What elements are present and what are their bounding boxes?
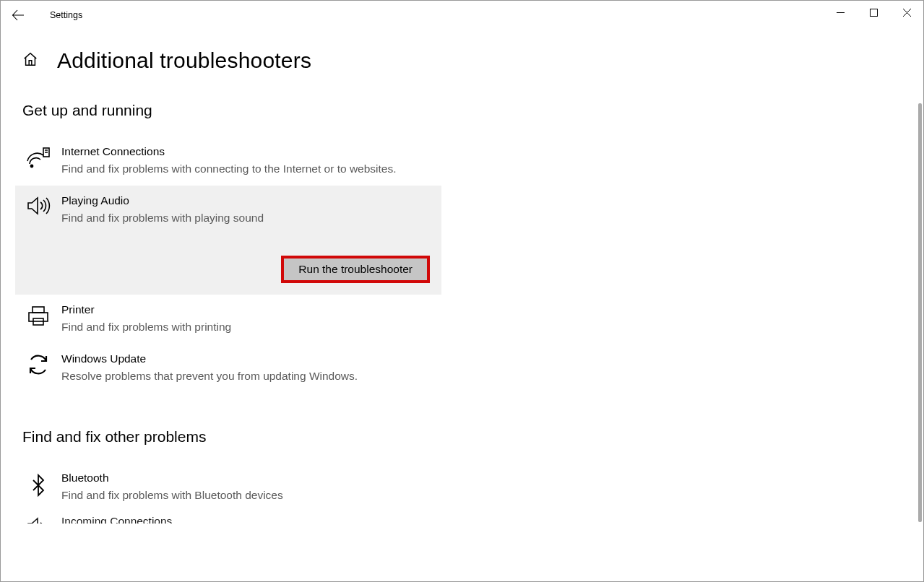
troubleshooter-internet-connections[interactable]: Internet Connections Find and fix proble… bbox=[22, 136, 441, 186]
troubleshooter-incoming-connections[interactable]: Incoming Connections bbox=[22, 512, 441, 524]
speaker-icon bbox=[25, 516, 51, 524]
troubleshooter-title: Playing Audio bbox=[61, 194, 436, 207]
troubleshooter-bluetooth[interactable]: Bluetooth Find and fix problems with Blu… bbox=[22, 463, 441, 512]
troubleshooter-desc: Resolve problems that prevent you from u… bbox=[61, 368, 436, 384]
svg-rect-4 bbox=[33, 307, 44, 313]
close-icon bbox=[903, 9, 911, 17]
troubleshooter-title: Windows Update bbox=[61, 352, 436, 365]
svg-point-1 bbox=[30, 165, 33, 167]
bluetooth-icon bbox=[25, 473, 51, 498]
back-button[interactable] bbox=[1, 1, 35, 30]
troubleshooter-title: Bluetooth bbox=[61, 472, 436, 485]
close-button[interactable] bbox=[890, 1, 923, 24]
scrollbar[interactable] bbox=[918, 103, 922, 522]
troubleshooter-title: Incoming Connections bbox=[61, 515, 436, 524]
troubleshooter-title: Printer bbox=[61, 303, 436, 316]
troubleshooter-windows-update[interactable]: Windows Update Resolve problems that pre… bbox=[22, 344, 441, 393]
minimize-button[interactable] bbox=[824, 1, 857, 24]
speaker-icon bbox=[25, 196, 51, 216]
troubleshooter-desc: Find and fix problems with Bluetooth dev… bbox=[61, 487, 436, 503]
svg-rect-0 bbox=[870, 9, 877, 16]
section-title-other: Find and fix other problems bbox=[22, 428, 902, 446]
run-troubleshooter-button[interactable]: Run the troubleshooter bbox=[281, 256, 430, 283]
arrow-left-icon bbox=[12, 9, 25, 22]
minimize-icon bbox=[837, 9, 845, 17]
troubleshooter-desc: Find and fix problems with playing sound bbox=[61, 210, 436, 226]
maximize-icon bbox=[870, 9, 878, 17]
refresh-icon bbox=[25, 354, 51, 375]
home-icon[interactable] bbox=[22, 51, 38, 70]
section-title-get-up: Get up and running bbox=[22, 102, 902, 119]
app-title: Settings bbox=[50, 10, 82, 20]
troubleshooter-printer[interactable]: Printer Find and fix problems with print… bbox=[22, 295, 441, 344]
wifi-icon bbox=[25, 147, 51, 168]
content-area: Additional troubleshooters Get up and ru… bbox=[1, 48, 923, 524]
page-title: Additional troubleshooters bbox=[57, 48, 311, 73]
troubleshooter-desc: Find and fix problems with connecting to… bbox=[61, 161, 436, 177]
svg-rect-3 bbox=[29, 313, 48, 321]
maximize-button[interactable] bbox=[857, 1, 890, 24]
page-header: Additional troubleshooters bbox=[22, 48, 902, 73]
troubleshooter-desc: Find and fix problems with printing bbox=[61, 319, 436, 335]
troubleshooter-title: Internet Connections bbox=[61, 145, 436, 158]
printer-icon bbox=[25, 305, 51, 326]
titlebar: Settings bbox=[1, 1, 923, 30]
window-controls bbox=[824, 1, 923, 24]
troubleshooter-playing-audio[interactable]: Playing Audio Find and fix problems with… bbox=[15, 186, 441, 294]
